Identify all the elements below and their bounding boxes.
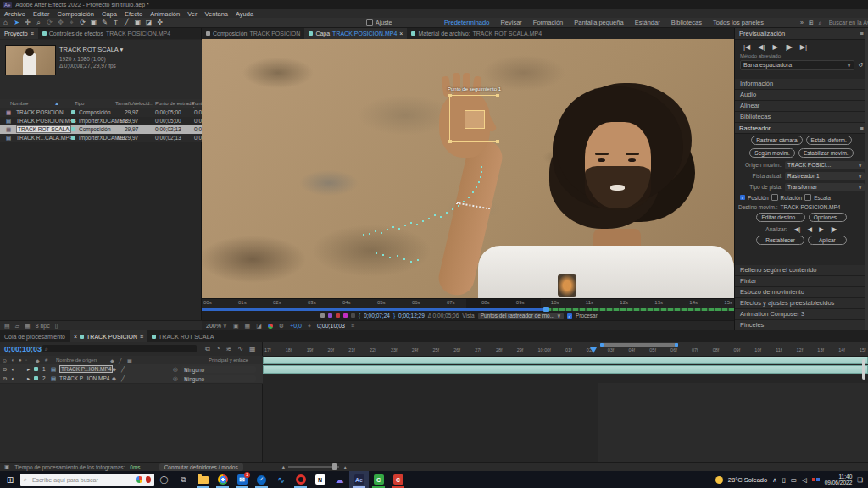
windows-search-input[interactable] (31, 476, 134, 484)
pancake-icon[interactable]: ≡ (351, 323, 354, 329)
timeline-ruler[interactable]: 17f18f19f20f21f22f23f24f25f26f27f28f29f1… (263, 342, 868, 357)
swatch-purple[interactable] (328, 313, 332, 318)
opera-icon[interactable] (291, 471, 310, 488)
flag-dropdown-icon[interactable]: ▾ (120, 46, 124, 53)
collapsed-panel[interactable]: Alinear (735, 101, 868, 112)
tab-composicion[interactable]: Composición TRACK POSICION (202, 28, 304, 39)
edit-target-button[interactable]: Editar destino... (756, 213, 804, 222)
track-type-dropdown[interactable]: Transformar ∨ (785, 183, 865, 191)
panel-menu-icon[interactable]: ≡ (31, 30, 34, 36)
layer-label-chip[interactable] (34, 376, 38, 380)
analyze-forward-button[interactable]: ▶ (819, 225, 824, 233)
position-checkbox[interactable]: ✓ (740, 195, 745, 200)
rotation-checkbox[interactable] (771, 194, 778, 201)
collapsed-panel[interactable]: Información (735, 79, 868, 90)
stabilize-motion-button[interactable]: Estabilizar movim. (798, 148, 854, 158)
close-icon[interactable]: × (399, 30, 403, 36)
workspace-tab[interactable]: Revisar (500, 19, 521, 26)
work-area-bar[interactable] (600, 343, 678, 347)
parent-link-column[interactable]: Principal y enlace (209, 358, 248, 363)
timeline-timecode[interactable]: 0;00;10;03 (4, 345, 42, 353)
layer-name[interactable]: TRACK P...ION.MP4 (59, 365, 113, 373)
zoom-out-mountain-icon[interactable]: ▴ (282, 463, 285, 470)
home-icon[interactable]: ⌂ (0, 19, 11, 26)
motion-blur-icon[interactable]: ∿ (237, 345, 243, 353)
workspace-tab[interactable]: Formación (533, 19, 563, 26)
brush-tool-icon[interactable]: ╱ (121, 19, 132, 26)
tab-capa[interactable]: Capa TRACK POSICION.MP4 × (304, 28, 407, 39)
snap-toggle[interactable]: Ajuste (366, 19, 392, 26)
label-color-chip[interactable] (71, 110, 75, 114)
mask-tool-icon[interactable]: ▣ (88, 19, 99, 26)
interpret-footage-icon[interactable]: ▤ (4, 323, 10, 330)
next-frame-button[interactable]: |▶ (786, 43, 793, 51)
tab-material-de-archivo[interactable]: Material de archivo: TRACK ROT SCALA.MP4 (407, 28, 546, 39)
collapsed-panel[interactable]: Esbozo de movimiento (735, 287, 868, 298)
project-row[interactable]: ▦ TRACK POSICION Composición 29,97 0;00;… (0, 108, 202, 117)
zoom-level-dropdown[interactable]: 200% ∨ (206, 323, 227, 330)
effects-icon[interactable]: ╱ (121, 375, 125, 382)
text-tool-icon[interactable]: T (110, 19, 121, 26)
sync-tray-icon[interactable] (812, 478, 820, 481)
notification-center-icon[interactable]: ❏ (857, 476, 863, 484)
tab-controles-de-efectos[interactable]: Controles de efectos TRACK POSICION.MP4 (38, 28, 175, 39)
label-color-chip[interactable] (71, 136, 75, 140)
project-row[interactable]: ▤ TRACK R...CALA.MP4 ImporterXDCAMEX MB … (0, 134, 202, 142)
tab-proyecto[interactable]: Proyecto ≡ (0, 28, 38, 39)
dolly-tool-icon[interactable]: ⌖ (66, 19, 77, 27)
mail-icon[interactable]: ✉ 1 (232, 471, 252, 488)
toggle-switches-modes-button[interactable]: Conmutar definidores / modos (159, 463, 243, 471)
quality-icon[interactable]: ◆ (112, 375, 116, 382)
zoom-tool-icon[interactable]: ⌕ (33, 19, 44, 27)
label-color-chip[interactable] (71, 119, 75, 123)
panel-menu-icon[interactable]: ≡ (140, 334, 143, 340)
timeline-search-input[interactable] (51, 345, 194, 352)
motion-source-dropdown[interactable]: TRACK POSICI... ∨ (785, 161, 865, 169)
parent-dropdown[interactable]: Ninguno ∨ (181, 366, 256, 373)
menu-item[interactable]: Animación (150, 10, 180, 18)
analyze-forward-frame-button[interactable]: |▶ (831, 225, 837, 233)
project-row[interactable]: ▤ TRACK POSICION.MP4 ImporterXDCAMEX ...… (0, 117, 202, 125)
source-name-column[interactable]: Nombre de origen (56, 358, 97, 363)
swatch-magenta[interactable] (343, 313, 348, 318)
timeline-search[interactable]: ⌕ (42, 345, 197, 352)
expand-arrow-icon[interactable]: ▸ (27, 375, 30, 382)
eye-icon[interactable]: ⊙ (3, 366, 7, 373)
layer-name[interactable]: TRACK P...ION.MP4 (59, 375, 109, 381)
project-list-header[interactable]: Nombre ▲ Tipo Tamaño Velocid.. Punto de … (0, 99, 202, 108)
scale-checkbox[interactable] (804, 194, 811, 201)
zoom-slider-thumb[interactable] (332, 463, 337, 470)
scrollbar-thumb[interactable] (862, 359, 865, 380)
channels-icon[interactable] (268, 324, 273, 329)
analyze-backward-frame-button[interactable]: ◀| (794, 225, 801, 233)
collapsed-panel[interactable]: Pintar (735, 276, 868, 287)
safe-margins-icon[interactable]: ▣ (233, 323, 239, 330)
layer-row[interactable]: ⊙ ◖ ▸ 2 ▤ TRACK P...ION.MP4 ◆ ╱ ◎ Ningun… (0, 374, 263, 384)
out-time[interactable]: 0;00;12;29 (398, 313, 425, 319)
more-workspaces-icon[interactable]: » (800, 19, 804, 25)
eye-icon[interactable]: ⊙ (3, 375, 7, 382)
orbit-tool-icon[interactable]: ⟳ (44, 19, 55, 26)
collapsed-panel[interactable]: Bibliotecas (735, 112, 868, 123)
tab-track-rot-scala[interactable]: TRACK ROT SCALA (147, 330, 218, 342)
display-icon[interactable]: ▭ (791, 476, 797, 484)
eraser-tool-icon[interactable]: ◪ (143, 19, 154, 26)
viewer-timecode[interactable]: 0;00;10;03 (317, 323, 345, 329)
workspace-tab[interactable]: Estándar (635, 19, 660, 26)
in-brace-icon[interactable]: { (359, 313, 360, 319)
track-point-feature-region[interactable] (465, 110, 485, 129)
swoosh-app-icon[interactable]: ∿ (271, 471, 291, 488)
check-app-icon[interactable]: ✓ (252, 471, 271, 488)
menu-item[interactable]: Composición (58, 10, 94, 18)
swatch-gray[interactable] (320, 313, 325, 318)
panel-menu-icon[interactable]: ≡ (860, 125, 864, 132)
collapsed-panel[interactable]: Efectos y ajustes preestablecidos (735, 298, 868, 309)
parent-dropdown[interactable]: Ninguno ∨ (181, 375, 256, 382)
track-motion-button[interactable]: Según movim. (749, 148, 795, 158)
shortcut-dropdown[interactable]: Barra espaciadora ∨ (740, 60, 854, 70)
first-frame-button[interactable]: |◀ (743, 43, 750, 51)
layer-label-chip[interactable] (34, 367, 38, 371)
cc-badge-icon[interactable]: ⊞ (809, 19, 814, 26)
collapsed-panel[interactable]: Animation Composer 3 (735, 309, 868, 320)
project-row-selected[interactable]: ▦ TRACK ROT SCALA Composición 29,97 0;00… (0, 125, 202, 134)
